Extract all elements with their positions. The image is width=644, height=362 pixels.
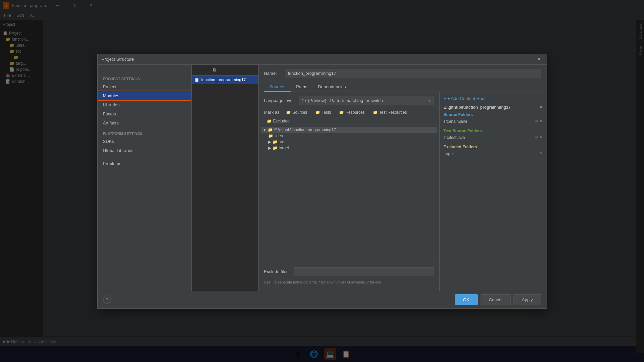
file-tree-idea[interactable]: 📁 .idea [261,133,437,139]
plus-icon: + [444,96,446,101]
platform-settings-header: Platform Settings [98,127,191,137]
cancel-button[interactable]: Cancel [481,294,511,305]
remove-test-source-folder-button[interactable]: ✕ [540,135,543,140]
main-content: Project 📋 Project 📁 function... 📁 .idea … [0,20,644,337]
excluded-folder-entry: target ✕ [444,151,543,157]
file-item-label: .idea [275,134,283,138]
sources-left: Language level: 17 (Preview) - Pattern m… [259,92,439,291]
nav-arrows: ← → [98,65,191,73]
content-root-path-label: E:\github\function_programming17 [444,105,511,110]
dialog-footer: ? OK Cancel Apply [98,291,547,308]
resources-folder-icon: 📁 [339,110,344,115]
content-panel: Name: Sources Paths Dependencies [259,65,547,291]
tab-sources[interactable]: Sources [264,82,291,92]
mark-as-excluded-button[interactable]: 📁 Excluded [264,118,292,124]
modules-list: + − ⧉ 📋 function_programming17 [192,65,259,291]
project-structure-dialog: Project Structure ✕ ← → Project Settings [97,54,547,309]
mark-as-tests-button[interactable]: 📁 Tests [312,109,334,115]
remove-module-button[interactable]: − [202,66,210,74]
sources-folder-icon: 📁 [286,110,291,115]
name-label: Name: [264,71,281,76]
apply-button[interactable]: Apply [513,294,541,305]
excluded-folder-icon: 📁 [267,119,272,123]
dialog-body: ← → Project Settings Project Modules Lib… [98,65,547,291]
exclude-hint: Use ; to separate name patterns, * for a… [259,280,439,287]
name-input[interactable] [285,69,541,78]
collapse-icon: ▼ [263,127,267,132]
add-content-root-label: + Add Content Root [447,96,486,101]
add-module-button[interactable]: + [193,66,201,74]
footer-buttons: OK Cancel Apply [455,294,541,305]
source-folder-path: src\main\java [444,119,467,124]
mark-as-resources-button[interactable]: 📁 Resources [336,109,367,115]
mark-tests-label: Tests [321,110,331,115]
sources-content: Language level: 17 (Preview) - Pattern m… [259,92,547,291]
remove-source-folder-button[interactable]: ✕ [540,119,543,123]
content-root-close-button[interactable]: ✕ [539,105,543,110]
tab-paths[interactable]: Paths [291,82,312,92]
nav-item-modules[interactable]: Modules [98,91,191,100]
mark-sources-label: Sources [292,110,307,115]
content-root-path: E:\github\function_programming17 ✕ [444,105,543,110]
file-item-label: src [279,140,284,144]
nav-item-libraries[interactable]: Libraries [98,100,191,109]
module-icon: 📋 [194,77,199,82]
src-folder-icon: 📁 [273,140,278,144]
exclude-files-input[interactable] [294,267,434,276]
ok-button[interactable]: OK [455,294,478,305]
nav-item-problems[interactable]: Problems [98,159,191,168]
mark-test-resources-label: Test Resources [379,110,407,115]
test-source-folder-actions: ✏ ✕ [535,135,543,140]
language-level-select[interactable]: 17 (Preview) - Pattern matching for swit… [299,96,434,105]
root-folder-icon: 📁 [268,127,273,132]
file-tree-target[interactable]: ▶ 📁 target [261,145,437,151]
nav-item-global-libraries[interactable]: Global Libraries [98,146,191,155]
language-level-row: Language level: 17 (Preview) - Pattern m… [259,96,439,109]
nav-item-facets[interactable]: Facets [98,109,191,118]
nav-back-button[interactable]: ← [100,66,105,71]
copy-module-button[interactable]: ⧉ [210,66,218,74]
file-tree: ▼ 📁 E:\github\function_programming17 📁 .… [259,127,439,263]
add-content-root-button[interactable]: + + Add Content Root [444,96,543,101]
test-source-folders-title: Test Source Folders [444,128,543,133]
file-tree-src[interactable]: ▶ 📁 src [261,139,437,145]
language-level-label: Language level: [264,98,295,103]
test-resources-folder-icon: 📁 [373,110,378,115]
expand-icon: ▶ [268,146,271,150]
remove-excluded-folder-button[interactable]: ✕ [540,151,543,156]
dialog-overlay: Project Structure ✕ ← → Project Settings [0,20,644,337]
folder-icon: 📁 [268,134,273,138]
modules-toolbar: + − ⧉ [192,65,258,75]
file-tree-root[interactable]: ▼ 📁 E:\github\function_programming17 [261,127,437,133]
edit-test-source-folder-button[interactable]: ✏ [535,135,538,140]
main-window: IJ function_program... ─ □ ✕ File Edit V… [0,0,644,362]
settings-left-nav: ← → Project Settings Project Modules Lib… [98,65,192,291]
mark-as-label: Mark as: [264,110,281,115]
target-folder-icon: 📁 [273,146,278,150]
project-settings-header: Project Settings [98,73,191,82]
nav-item-artifacts[interactable]: Artifacts [98,118,191,127]
exclude-files-row: Exclude files: [259,263,439,280]
language-level-select-wrapper: 17 (Preview) - Pattern matching for swit… [299,96,434,105]
dialog-titlebar: Project Structure ✕ [98,54,547,65]
mark-excluded-label: Excluded [273,119,290,123]
nav-forward-button[interactable]: → [106,66,111,71]
mark-as-test-resources-button[interactable]: 📁 Test Resources [370,109,410,115]
excluded-folder-path: target [444,151,454,156]
expand-icon: ▶ [268,140,271,144]
nav-item-sdks[interactable]: SDKs [98,137,191,146]
sources-right-panel: + + Add Content Root E:\github\function_… [439,92,547,291]
excluded-folder-actions: ✕ [540,151,543,156]
tab-dependencies[interactable]: Dependencies [312,82,351,92]
help-button[interactable]: ? [103,296,111,304]
source-folders-title: Source Folders [444,112,543,117]
tab-bar: Sources Paths Dependencies [259,82,547,92]
source-folder-actions: ✏ ✕ [535,119,543,123]
file-item-label: target [279,146,289,150]
dialog-close-button[interactable]: ✕ [536,56,543,62]
edit-source-folder-button[interactable]: ✏ [535,119,538,123]
module-label: function_programming17 [201,77,246,82]
nav-item-project[interactable]: Project [98,82,191,91]
module-item-function[interactable]: 📋 function_programming17 [192,75,258,84]
mark-as-sources-button[interactable]: 📁 Sources [283,109,310,115]
